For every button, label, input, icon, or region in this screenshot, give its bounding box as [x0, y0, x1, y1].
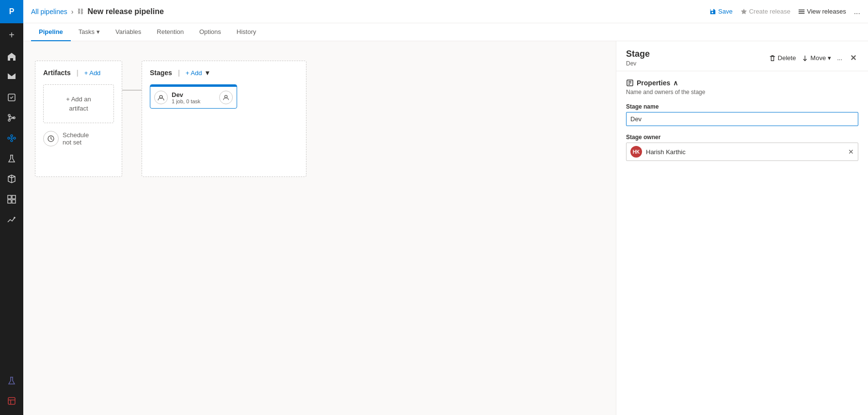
schedule-label: Schedule not set [63, 131, 89, 146]
delete-label: Delete [778, 54, 796, 62]
svg-point-2 [8, 119, 10, 121]
panel-title: Stage [626, 49, 650, 59]
header-left: All pipelines › ⛓ New release pipeline [31, 7, 164, 16]
tab-tasks[interactable]: Tasks ▾ [71, 23, 108, 41]
create-release-label: Create release [749, 8, 790, 15]
sidebar-item-pipeline[interactable] [0, 128, 23, 148]
canvas-area: Artifacts | + Add + Add an artifact [23, 41, 868, 415]
sidebar-item-boards[interactable] [0, 190, 23, 209]
properties-header[interactable]: Properties ∧ [626, 79, 858, 87]
stage-owner-label: Stage owner [626, 134, 858, 141]
sidebar-item-analytics[interactable] [0, 210, 23, 229]
svg-point-1 [8, 114, 10, 116]
header-right: Save Create release View releases ... [709, 7, 860, 16]
pipeline-icon: ⛓ [77, 8, 83, 15]
tasks-dropdown-icon: ▾ [96, 28, 100, 35]
tab-history[interactable]: History [229, 23, 264, 41]
stages-box: Stages | + Add ▾ [142, 61, 306, 177]
stage-name-input[interactable] [626, 112, 858, 126]
stage-user-icon[interactable] [219, 91, 233, 104]
sidebar-item-chat[interactable] [0, 67, 23, 87]
svg-rect-13 [8, 398, 15, 404]
tab-variables[interactable]: Variables [108, 23, 149, 41]
org-logo[interactable]: P [0, 0, 23, 23]
stage-deploy-icon [154, 91, 168, 104]
pipeline-canvas: Artifacts | + Add + Add an artifact [23, 41, 616, 415]
owner-left: HK Harish Karthic [630, 146, 686, 158]
svg-point-5 [11, 135, 13, 137]
pipeline-row: Artifacts | + Add + Add an artifact [35, 61, 604, 177]
stages-title: Stages [150, 69, 172, 77]
close-panel-button[interactable]: ✕ [848, 51, 858, 64]
artifacts-title: Artifacts [43, 69, 71, 77]
tabs: Pipeline Tasks ▾ Variables Retention Opt… [23, 23, 868, 41]
artifacts-header: Artifacts | + Add [43, 69, 114, 77]
panel-actions: Delete Move ▾ ... ✕ [769, 51, 858, 64]
svg-rect-11 [12, 200, 16, 203]
connector [122, 61, 142, 91]
sidebar-item-home[interactable] [0, 47, 23, 66]
stages-section-divider: | [178, 69, 180, 77]
svg-rect-8 [8, 195, 11, 199]
tab-options[interactable]: Options [192, 23, 229, 41]
breadcrumb-separator: › [71, 8, 74, 16]
svg-point-7 [11, 140, 13, 142]
add-stage-button[interactable]: + Add [186, 69, 202, 77]
section-divider: | [77, 69, 79, 77]
stage-name: Dev [172, 91, 215, 98]
add-nav-button[interactable]: + [0, 23, 23, 47]
right-panel: Stage Dev Delete Move [616, 41, 868, 415]
add-stage-dropdown-icon[interactable]: ▾ [206, 69, 209, 77]
add-artifact-line2: artifact [69, 105, 88, 112]
sidebar-item-marketplace[interactable] [0, 391, 23, 411]
save-button[interactable]: Save [709, 8, 733, 15]
tab-retention[interactable]: Retention [149, 23, 192, 41]
svg-rect-9 [12, 195, 16, 199]
svg-point-16 [225, 96, 227, 98]
move-chevron-icon: ▾ [828, 54, 831, 62]
schedule-item[interactable]: Schedule not set [43, 131, 114, 146]
remove-owner-button[interactable]: ✕ [848, 148, 854, 156]
tab-pipeline[interactable]: Pipeline [31, 23, 71, 41]
move-label: Move [810, 54, 826, 62]
sidebar-item-artifacts[interactable] [0, 169, 23, 189]
sidebar-item-repo[interactable] [0, 108, 23, 128]
save-label: Save [718, 8, 733, 15]
breadcrumb-all-pipelines[interactable]: All pipelines [31, 8, 67, 16]
owner-name: Harish Karthic [646, 148, 686, 156]
connector-line [122, 90, 142, 91]
panel-header: Stage Dev Delete Move [616, 41, 868, 71]
add-artifact-button[interactable]: + Add [84, 69, 101, 77]
svg-point-12 [14, 217, 15, 218]
add-artifact-area[interactable]: + Add an artifact [43, 84, 114, 123]
move-button[interactable]: Move ▾ [802, 54, 831, 62]
more-options-button[interactable]: ... [854, 7, 860, 16]
panel-subtitle: Dev [626, 60, 650, 67]
sidebar-item-test[interactable] [0, 149, 23, 168]
properties-desc: Name and owners of the stage [626, 89, 858, 96]
stage-card-dev[interactable]: Dev 1 job, 0 task [150, 84, 237, 109]
main-content: All pipelines › ⛓ New release pipeline S… [23, 0, 868, 415]
properties-label: Properties [637, 79, 670, 87]
view-releases-label: View releases [807, 8, 846, 15]
delete-button[interactable]: Delete [769, 54, 796, 62]
sidebar: P + [0, 0, 23, 415]
panel-title-section: Stage Dev [626, 49, 650, 67]
svg-rect-10 [8, 200, 11, 203]
owner-field: HK Harish Karthic ✕ [626, 143, 858, 161]
properties-chevron-icon: ∧ [673, 79, 678, 87]
properties-section: Properties ∧ Name and owners of the stag… [626, 79, 858, 161]
schedule-icon [43, 131, 59, 146]
sidebar-item-flask[interactable] [0, 371, 23, 390]
stage-name-label: Stage name [626, 103, 858, 110]
stage-info: Dev 1 job, 0 task [172, 91, 215, 104]
svg-point-6 [14, 137, 16, 139]
view-releases-button[interactable]: View releases [798, 8, 846, 15]
stage-meta: 1 job, 0 task [172, 98, 215, 104]
panel-more-button[interactable]: ... [837, 54, 842, 62]
sidebar-item-work[interactable] [0, 88, 23, 107]
panel-more-label: ... [837, 54, 842, 62]
header: All pipelines › ⛓ New release pipeline S… [23, 0, 868, 23]
create-release-button[interactable]: Create release [740, 8, 790, 15]
stages-header: Stages | + Add ▾ [150, 69, 298, 77]
